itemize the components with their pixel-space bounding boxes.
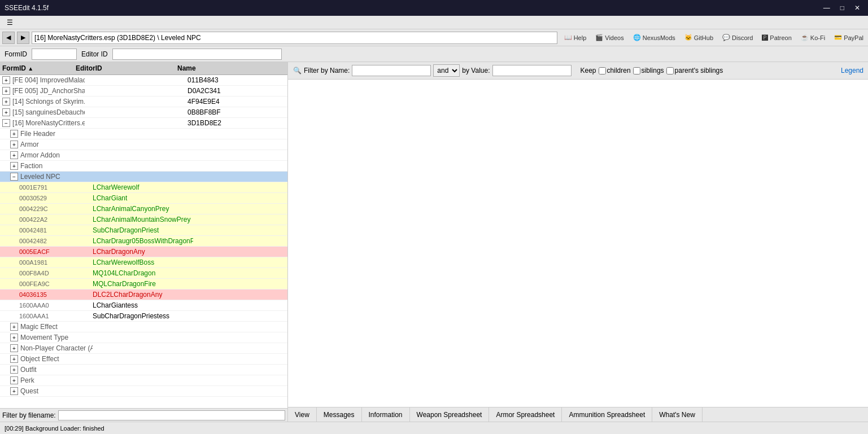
formid-input[interactable] xyxy=(32,49,77,60)
help-button[interactable]: 📖 Help xyxy=(562,33,589,42)
siblings-checkbox-group: siblings xyxy=(633,67,664,74)
nexusmods-button[interactable]: 🌐 NexusMods xyxy=(631,33,678,42)
status-bar: [00:29] Background Loader: finished xyxy=(0,422,868,434)
tree-row[interactable]: 0001E791 LCharWerewolf xyxy=(0,182,287,193)
expand-icon[interactable]: + xyxy=(2,76,10,84)
filename-bar: Filter by filename: xyxy=(0,408,287,422)
siblings-label: siblings xyxy=(642,67,664,74)
expand-icon[interactable]: + xyxy=(10,151,18,159)
menu-bar: ☰ xyxy=(0,16,868,29)
expand-icon[interactable]: + xyxy=(10,344,18,352)
tree-row[interactable]: 0004229C LCharAnimalCanyonPrey xyxy=(0,204,287,214)
close-button[interactable]: ✕ xyxy=(851,3,863,13)
filter-and-select[interactable]: and or not xyxy=(433,64,460,77)
discord-button[interactable]: 💬 Discord xyxy=(720,33,755,42)
kofi-button[interactable]: ☕ Ko-Fi xyxy=(799,33,827,42)
paypal-button[interactable]: 💳 PayPal xyxy=(832,33,866,42)
name-column-header[interactable]: Name xyxy=(175,63,287,73)
discord-icon: 💬 xyxy=(722,34,730,41)
tree-row[interactable]: + File Header xyxy=(0,129,287,139)
tree-row[interactable]: 000A1981 LCharWerewolfBoss xyxy=(0,257,287,268)
tree-row[interactable]: + [14] Schlongs of Skyrim.esp 4F94E9E4 xyxy=(0,97,287,107)
tree-row[interactable]: + Quest xyxy=(0,386,287,397)
expand-icon[interactable]: + xyxy=(10,141,18,148)
tab-messages[interactable]: Messages xyxy=(317,407,362,422)
expand-icon[interactable]: + xyxy=(10,355,18,363)
menu-hamburger[interactable]: ☰ xyxy=(2,17,18,28)
filename-input[interactable] xyxy=(58,410,285,420)
tree-row[interactable]: 00042482 LCharDraugr05BossWithDragonPrie… xyxy=(0,236,287,247)
siblings-checkbox[interactable] xyxy=(633,67,640,74)
tree-row[interactable]: − [16] MoreNastyCritters.esp 3D1BD8E2 xyxy=(0,118,287,129)
tree-row[interactable]: 000FEA9C MQLCharDragonFire xyxy=(0,279,287,290)
filter-value-input[interactable] xyxy=(492,65,572,76)
editorid-column-header[interactable]: EditorID xyxy=(73,63,175,73)
editorid-label: Editor ID xyxy=(81,50,108,58)
main-content: FormID ▲ EditorID Name + [FE 004] Improv… xyxy=(0,62,868,422)
nav-back-button[interactable]: ◀ xyxy=(2,32,15,44)
patreon-button[interactable]: 🅿 Patreon xyxy=(760,33,794,42)
expand-icon[interactable]: − xyxy=(2,119,10,127)
tab-ammunition-spreadsheet[interactable]: Ammunition Spreadsheet xyxy=(562,407,652,422)
expand-icon[interactable]: + xyxy=(10,376,18,384)
parents-siblings-checkbox[interactable] xyxy=(666,67,674,74)
github-icon: 🐱 xyxy=(684,34,692,41)
nav-forward-button[interactable]: ▶ xyxy=(17,32,29,44)
tab-weapon-spreadsheet[interactable]: Weapon Spreadsheet xyxy=(410,407,490,422)
tree-row[interactable]: + Perk xyxy=(0,375,287,386)
title-bar: SSEEdit 4.1.5f — □ ✕ xyxy=(0,0,868,16)
tree-row[interactable]: + [15] sanguinesDebauchery.esp 0B8BF8BF xyxy=(0,107,287,118)
status-text: [00:29] Background Loader: finished xyxy=(5,425,104,432)
expand-icon[interactable]: + xyxy=(2,98,10,106)
tree-row[interactable]: 00042481 SubCharDragonPriest xyxy=(0,225,287,236)
tree-header: FormID ▲ EditorID Name xyxy=(0,62,287,75)
formid-column-header[interactable]: FormID ▲ xyxy=(0,63,73,73)
children-checkbox-group: children xyxy=(599,67,631,74)
expand-icon[interactable]: + xyxy=(10,387,18,395)
tree-row[interactable]: + [FE 004] ImprovedMalacathSE.esp 011B48… xyxy=(0,75,287,86)
tree-row[interactable]: + Armor Addon xyxy=(0,150,287,161)
expand-icon[interactable]: + xyxy=(10,162,18,170)
tree-row[interactable]: + Faction xyxy=(0,161,287,172)
tree-row[interactable]: 000F8A4D MQ104LCharDragon xyxy=(0,268,287,279)
tree-row[interactable]: 0005EACF LCharDragonAny xyxy=(0,247,287,257)
tree-row[interactable]: 000422A2 LCharAnimalMountainSnowPrey xyxy=(0,214,287,225)
github-button[interactable]: 🐱 GitHub xyxy=(682,33,716,42)
title-text: SSEEdit 4.1.5f xyxy=(5,4,49,12)
filter-name-input[interactable] xyxy=(352,65,431,76)
paypal-icon: 💳 xyxy=(834,34,842,41)
book-icon: 📖 xyxy=(564,34,572,41)
expand-icon[interactable]: + xyxy=(2,108,10,116)
tree-row[interactable]: 00030529 LCharGiant xyxy=(0,193,287,204)
expand-icon[interactable]: + xyxy=(10,130,18,138)
nav-path: [16] MoreNastyCritters.esp (3D1BD8E2) \ … xyxy=(32,32,557,44)
tree-row[interactable]: + Object Effect xyxy=(0,354,287,365)
filter-by-name-label: Filter by Name: xyxy=(304,67,350,74)
tree-row[interactable]: + Movement Type xyxy=(0,332,287,343)
tree-row-selected[interactable]: − Leveled NPC xyxy=(0,172,287,182)
tree-row[interactable]: 1600AAA0 LCharGiantess xyxy=(0,300,287,311)
tree-body[interactable]: + [FE 004] ImprovedMalacathSE.esp 011B48… xyxy=(0,75,287,408)
tab-whats-new[interactable]: What's New xyxy=(652,407,703,422)
tree-row[interactable]: 1600AAA1 SubCharDragonPriestess xyxy=(0,311,287,322)
tree-row[interactable]: 04036135 DLC2LCharDragonAny xyxy=(0,290,287,300)
expand-icon[interactable]: + xyxy=(2,87,10,95)
tab-armor-spreadsheet[interactable]: Armor Spreadsheet xyxy=(489,407,562,422)
videos-button[interactable]: 🎬 Videos xyxy=(593,33,626,42)
expand-icon[interactable]: − xyxy=(10,173,18,181)
expand-icon[interactable]: + xyxy=(10,366,18,374)
maximize-button[interactable]: □ xyxy=(837,3,848,13)
tree-row[interactable]: + Non-Player Character (Actor) xyxy=(0,343,287,354)
minimize-button[interactable]: — xyxy=(820,3,834,13)
tree-row[interactable]: + Armor xyxy=(0,139,287,150)
legend-button[interactable]: Legend xyxy=(841,67,863,74)
expand-icon[interactable]: + xyxy=(10,334,18,341)
tab-information[interactable]: Information xyxy=(362,407,410,422)
editorid-input[interactable] xyxy=(112,49,282,60)
tree-row[interactable]: + Outfit xyxy=(0,365,287,375)
expand-icon[interactable]: + xyxy=(10,323,18,331)
tree-row[interactable]: + [FE 005] JD_AnchorShalidorStatueReplac… xyxy=(0,86,287,97)
tab-view[interactable]: View xyxy=(288,407,317,422)
children-checkbox[interactable] xyxy=(599,67,606,74)
tree-row[interactable]: + Magic Effect xyxy=(0,322,287,332)
